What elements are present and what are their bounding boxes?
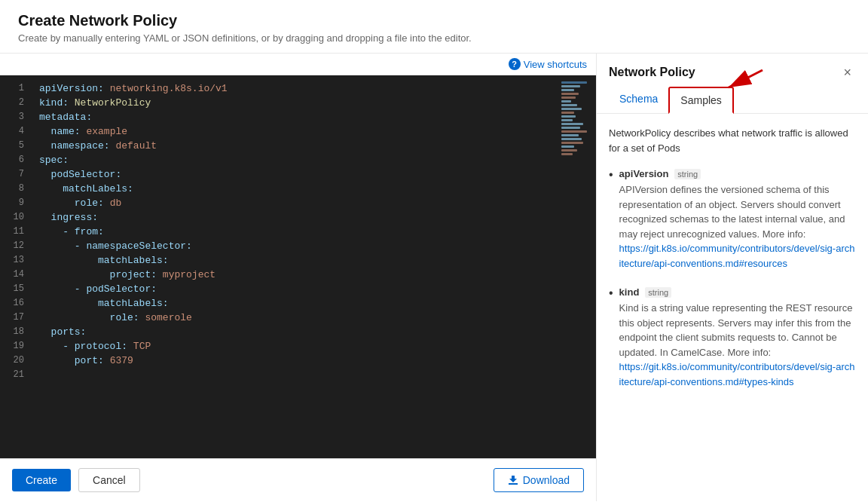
main-content: ? View shortcuts 12345678910111213141516… <box>0 54 868 501</box>
bullet-dot: • <box>609 167 613 182</box>
field-link-apiversion[interactable]: https://git.k8s.io/community/contributor… <box>619 243 855 269</box>
editor-footer: Create Cancel Download <box>0 458 596 501</box>
svg-rect-0 <box>509 483 518 485</box>
right-panel: Network Policy × Schema Samples Network <box>597 54 868 501</box>
editor-toolbar: ? View shortcuts <box>0 54 596 75</box>
code-editor[interactable]: 123456789101112131415161718192021 apiVer… <box>0 75 596 458</box>
field-type-apiversion: string <box>674 169 701 179</box>
tabs-container: Schema Samples <box>597 87 868 114</box>
field-name-kind: kind <box>619 286 640 298</box>
tab-schema[interactable]: Schema <box>609 87 668 114</box>
bullet-dot-2: • <box>609 286 613 300</box>
right-panel-header: Network Policy × <box>597 54 868 81</box>
field-desc-kind: Kind is a string value representing the … <box>619 301 856 389</box>
field-type-kind: string <box>645 287 671 298</box>
cancel-button[interactable]: Cancel <box>78 468 140 492</box>
svg-line-2 <box>729 70 763 87</box>
schema-field-kind: • kind string Kind is a string value rep… <box>609 286 856 389</box>
right-panel-body: NetworkPolicy describes what network tra… <box>597 114 868 501</box>
field-link-kind[interactable]: https://git.k8s.io/community/contributor… <box>619 361 855 387</box>
page-subtitle: Create by manually entering YAML or JSON… <box>18 32 850 44</box>
page-header: Create Network Policy Create by manually… <box>0 0 868 54</box>
schema-field-apiversion: • apiVersion string APIVersion defines t… <box>609 167 856 271</box>
create-button[interactable]: Create <box>12 469 71 491</box>
view-shortcuts-link[interactable]: ? View shortcuts <box>509 58 587 70</box>
download-button[interactable]: Download <box>494 468 584 492</box>
minimap <box>558 75 596 458</box>
close-button[interactable]: × <box>839 64 856 81</box>
download-icon <box>508 475 518 485</box>
right-panel-title: Network Policy <box>609 66 695 79</box>
field-name-apiversion: apiVersion <box>619 168 669 179</box>
schema-description: NetworkPolicy describes what network tra… <box>609 126 856 155</box>
editor-panel: ? View shortcuts 12345678910111213141516… <box>0 54 597 501</box>
field-desc-apiversion: APIVersion defines the versioned schema … <box>619 182 856 271</box>
help-icon: ? <box>509 58 521 70</box>
code-content[interactable]: apiVersion: networking.k8s.io/v1kind: Ne… <box>33 75 596 458</box>
line-numbers: 123456789101112131415161718192021 <box>0 75 33 458</box>
tab-samples[interactable]: Samples <box>668 87 733 114</box>
page-title: Create Network Policy <box>18 12 850 29</box>
